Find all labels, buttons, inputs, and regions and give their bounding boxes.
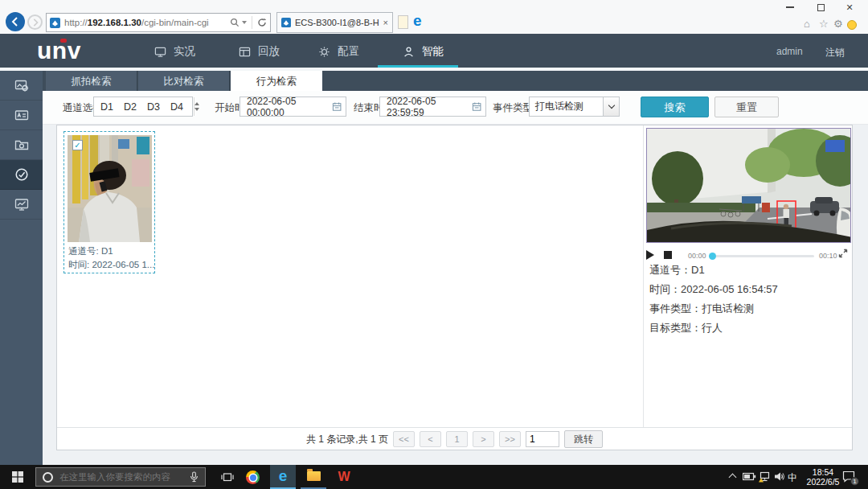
- tab-capture-search[interactable]: 抓拍检索: [46, 71, 137, 91]
- browser-forward-button[interactable]: [27, 14, 43, 30]
- stop-icon[interactable]: [664, 251, 672, 259]
- tab-behavior-search[interactable]: 行为检索: [231, 71, 322, 91]
- detail-event-type: 事件类型：打电话检测: [649, 302, 754, 316]
- arrow-right-icon: [31, 18, 39, 27]
- volume-indicator[interactable]: [774, 471, 785, 482]
- folder-icon: [307, 471, 321, 481]
- last-page-button[interactable]: >>: [499, 431, 521, 447]
- play-icon[interactable]: [646, 250, 654, 260]
- channel-option[interactable]: D2: [124, 101, 137, 113]
- network-warning-icon: [759, 471, 771, 483]
- network-indicator[interactable]: [759, 471, 771, 483]
- end-time-input[interactable]: 2022-06-05 23:59:59: [379, 97, 486, 117]
- result-card[interactable]: ✓ 通道号: D1 时间: 2022-06-05 1...: [63, 131, 155, 273]
- nav-label: 回放: [258, 44, 280, 59]
- sidebar-item-behavior-search[interactable]: [0, 160, 43, 190]
- nav-item-live[interactable]: 实况: [154, 44, 195, 59]
- clock-time: 18:54: [800, 467, 845, 477]
- logo-red-dot: [60, 39, 67, 43]
- reset-button[interactable]: 重置: [714, 97, 779, 117]
- site-favicon: [50, 18, 60, 28]
- arrow-left-icon: [10, 17, 20, 27]
- channel-spinner[interactable]: [194, 97, 199, 116]
- sidebar-item-monitor-stats[interactable]: [0, 190, 43, 220]
- search-tab-bar: 抓拍检索 比对检索 行为检索: [43, 71, 868, 91]
- tab-title: ECS-B300-I1@8-B-HD: [295, 18, 379, 27]
- unv-logo: unv: [37, 35, 109, 66]
- result-time: 时间: 2022-06-05 1...: [68, 258, 154, 272]
- search-options-caret[interactable]: [242, 21, 247, 24]
- address-bar[interactable]: http://192.168.1.30/cgi-bin/main-cgi: [46, 13, 271, 32]
- logout-link[interactable]: 注销: [825, 46, 845, 60]
- tab-favicon: [281, 18, 291, 27]
- page-number-button[interactable]: 1: [446, 431, 468, 447]
- file-explorer-button[interactable]: [301, 465, 326, 489]
- edge-icon[interactable]: e: [413, 12, 422, 30]
- snapshot-folder-icon: [14, 137, 30, 153]
- sidebar: [0, 71, 43, 465]
- nav-item-playback[interactable]: 回放: [239, 44, 280, 59]
- prev-page-button[interactable]: <: [420, 431, 441, 447]
- wps-button[interactable]: W: [331, 465, 357, 489]
- start-time-input[interactable]: 2022-06-05 00:00:00: [240, 97, 346, 117]
- jump-button[interactable]: 跳转: [564, 430, 603, 448]
- ime-indicator[interactable]: 中: [788, 471, 797, 485]
- feedback-smiley-icon[interactable]: [847, 20, 857, 30]
- total-time: 00:10: [819, 252, 837, 260]
- settings-gear-icon[interactable]: ⚙: [833, 18, 843, 30]
- result-checkbox[interactable]: ✓: [72, 140, 83, 150]
- browser-tab[interactable]: ECS-B300-I1@8-B-HD ×: [276, 12, 393, 33]
- tray-expand-chevron-icon[interactable]: [729, 474, 737, 482]
- search-icon[interactable]: [230, 18, 240, 27]
- progress-bar[interactable]: [710, 255, 814, 257]
- taskbar: e W 中 18:54 2022/6/5 1: [0, 465, 868, 489]
- sidebar-item-snapshot-folder[interactable]: [0, 130, 43, 160]
- live-monitor-icon: [154, 46, 166, 58]
- chrome-icon[interactable]: [246, 471, 260, 484]
- start-button[interactable]: [0, 465, 35, 489]
- taskbar-clock[interactable]: 18:54 2022/6/5: [800, 467, 845, 487]
- new-tab-button[interactable]: [398, 15, 408, 29]
- progress-handle[interactable]: [709, 253, 716, 260]
- browser-chrome: http://192.168.1.30/cgi-bin/main-cgi ECS…: [0, 0, 868, 34]
- home-icon[interactable]: ⌂: [804, 18, 810, 30]
- calendar-icon[interactable]: [332, 101, 342, 112]
- filter-bar: 通道选择 D1 D2 D3 D4 开始时间 2022-06-05 00:00:0…: [43, 91, 868, 125]
- nav-item-intelligent[interactable]: 智能: [403, 44, 444, 59]
- action-center-button[interactable]: 1: [842, 471, 855, 483]
- task-view-icon: [221, 471, 234, 483]
- tab-close-button[interactable]: ×: [383, 18, 388, 27]
- browser-back-button[interactable]: [6, 12, 25, 31]
- window-minimize-button[interactable]: [778, 0, 802, 14]
- first-page-button[interactable]: <<: [393, 431, 415, 447]
- taskbar-search-box[interactable]: [35, 467, 206, 487]
- calendar-icon[interactable]: [472, 101, 481, 112]
- channel-option[interactable]: D4: [170, 101, 183, 113]
- refresh-icon[interactable]: [257, 18, 267, 27]
- search-button[interactable]: 搜索: [641, 97, 709, 117]
- microphone-icon[interactable]: [189, 471, 199, 483]
- sidebar-item-capture-config[interactable]: [0, 71, 43, 101]
- task-view-button[interactable]: [214, 465, 241, 489]
- chevron-down-icon: [608, 102, 614, 109]
- nav-item-config[interactable]: 配置: [318, 44, 359, 59]
- next-page-button[interactable]: >: [473, 431, 494, 447]
- channel-option[interactable]: D1: [100, 101, 113, 113]
- sidebar-item-id-card[interactable]: [0, 101, 43, 130]
- window-maximize-button[interactable]: [809, 0, 833, 14]
- battery-indicator[interactable]: [743, 471, 756, 482]
- video-preview[interactable]: [646, 128, 851, 243]
- internet-explorer-button[interactable]: e: [270, 465, 296, 489]
- channel-option[interactable]: D3: [147, 101, 160, 113]
- jump-page-input[interactable]: [526, 431, 559, 447]
- window-close-button[interactable]: ✕: [837, 0, 862, 14]
- channel-multiselect[interactable]: D1 D2 D3 D4: [93, 97, 193, 117]
- taskbar-search-input[interactable]: [59, 472, 183, 482]
- fullscreen-icon[interactable]: [838, 249, 848, 258]
- tab-compare-search[interactable]: 比对检索: [138, 71, 230, 91]
- select-dropdown-button[interactable]: [603, 97, 619, 116]
- favorites-star-icon[interactable]: ☆: [819, 18, 829, 30]
- result-thumbnail[interactable]: ✓: [68, 135, 152, 242]
- event-type-select[interactable]: 打电话检测: [529, 97, 620, 117]
- detail-target-type: 目标类型：行人: [649, 321, 723, 335]
